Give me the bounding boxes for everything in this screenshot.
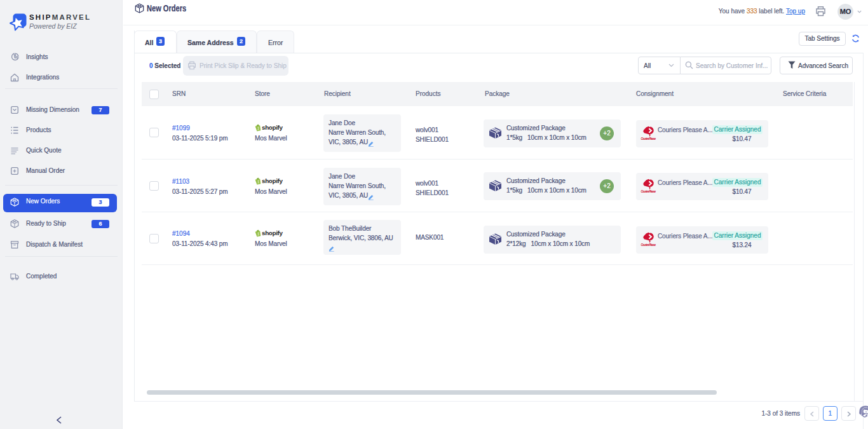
svg-text:CouriersPlease: CouriersPlease [641,243,656,247]
svg-text:CouriersPlease: CouriersPlease [641,190,656,193]
svg-text:CouriersPlease: CouriersPlease [641,137,656,140]
svg-text:Powered by EIZ: Powered by EIZ [29,22,77,30]
svg-text:shopify: shopify [262,124,283,131]
svg-text:shopify: shopify [262,177,283,184]
svg-text:SHIPMARVEL: SHIPMARVEL [29,13,91,21]
svg-text:shopify: shopify [262,229,283,236]
